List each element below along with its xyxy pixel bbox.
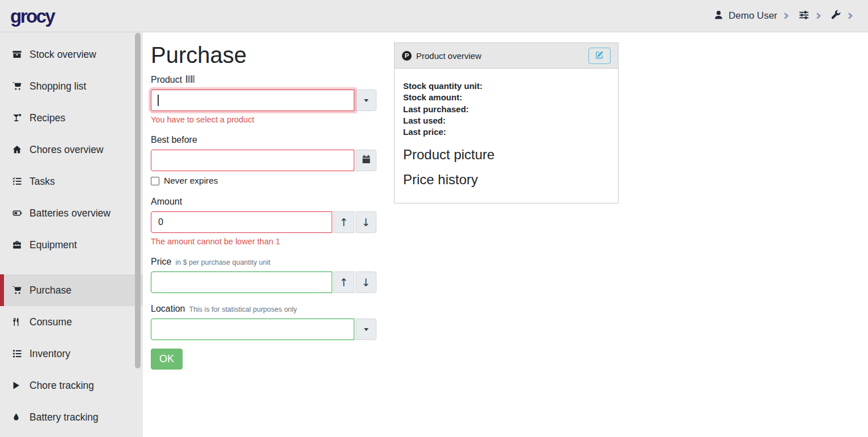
arrow-down-icon: ↓	[362, 277, 371, 288]
last-purchased-field: Last purchased:	[403, 104, 609, 115]
location-label: Location	[151, 304, 185, 314]
price-history-heading: Price history	[403, 172, 609, 188]
amount-increase-button[interactable]: ↑	[333, 211, 354, 233]
location-hint: This is for statistical purposes only	[189, 306, 297, 313]
sidebar-item-label: Tasks	[29, 176, 55, 188]
price-input[interactable]	[151, 271, 332, 293]
boxes-icon	[12, 50, 25, 59]
best-before-label: Best before	[151, 135, 197, 145]
app-header: grocy Demo User	[0, 0, 868, 32]
caret-down-icon	[364, 99, 369, 102]
sidebar-item-shopping-list[interactable]: Shopping list	[0, 70, 143, 102]
product-icon: P	[402, 51, 412, 61]
sidebar-item-purchase[interactable]: Purchase	[0, 274, 143, 306]
sidebar-item-inventory[interactable]: Inventory	[0, 338, 143, 370]
product-form-group: Product	[151, 75, 376, 124]
sidebar-item-battery-tracking[interactable]: Battery tracking	[0, 401, 143, 433]
panel-header: P Product overview	[395, 43, 618, 69]
location-form-group: Location This is for statistical purpose…	[151, 304, 376, 340]
sidebar-item-label: Batteries overview	[29, 207, 111, 219]
sidebar-item-label: Stock overview	[29, 49, 96, 61]
product-dropdown-button[interactable]	[355, 90, 376, 111]
sidebar-item-label: Inventory	[29, 348, 70, 360]
calendar-button[interactable]	[355, 150, 376, 171]
caret-down-icon	[364, 328, 369, 331]
price-form-group: Price in $ per purchase quantity unit ↑ …	[151, 257, 376, 293]
tasks-icon	[12, 177, 25, 186]
sidebar-item-label: Consume	[29, 316, 72, 328]
toolbox-icon	[12, 240, 25, 249]
product-overview-panel: P Product overview Stock quantity unit: …	[394, 43, 619, 203]
price-decrease-button[interactable]: ↓	[355, 271, 376, 293]
sidebar-scrollbar[interactable]	[135, 33, 141, 368]
arrow-up-icon: ↑	[340, 217, 349, 228]
product-error-message: You have to select a product	[151, 115, 376, 124]
panel-body: Stock quantity unit: Stock amount: Last …	[395, 69, 618, 203]
user-menu[interactable]: Demo User	[714, 10, 789, 22]
price-hint: in $ per purchase quantity unit	[175, 258, 270, 266]
amount-decrease-button[interactable]: ↓	[355, 211, 376, 233]
sidebar-item-label: Equipment	[29, 239, 77, 251]
list-icon	[12, 349, 25, 358]
sidebar-item-tasks[interactable]: Tasks	[0, 166, 143, 197]
price-label: Price	[151, 257, 171, 267]
stock-amount-field: Stock amount:	[403, 92, 609, 103]
sidebar-item-batteries-overview[interactable]: Batteries overview	[0, 197, 143, 229]
sidebar-item-label: Chores overview	[29, 144, 103, 156]
arrow-down-icon: ↓	[362, 217, 371, 228]
sidebar-item-consume[interactable]: Consume	[0, 306, 143, 338]
home-icon	[12, 145, 25, 154]
amount-input[interactable]	[151, 211, 332, 233]
last-used-field: Last used:	[403, 115, 609, 126]
sidebar-item-chores-overview[interactable]: Chores overview	[0, 134, 143, 166]
edit-icon	[595, 50, 604, 61]
settings-menu[interactable]	[798, 10, 822, 22]
wrench-icon	[831, 10, 841, 22]
best-before-input[interactable]	[151, 150, 354, 171]
never-expires-label: Never expires	[164, 176, 218, 186]
app-logo[interactable]: grocy	[10, 7, 54, 26]
location-dropdown-button[interactable]	[355, 319, 376, 340]
user-name: Demo User	[729, 10, 777, 22]
sidebar: Stock overview Shopping list Recipes Cho…	[0, 32, 143, 437]
tint-icon	[12, 413, 25, 422]
product-input[interactable]	[151, 90, 354, 111]
product-picture-heading: Product picture	[403, 147, 609, 163]
never-expires-checkbox[interactable]	[151, 177, 159, 185]
sidebar-item-label: Shopping list	[29, 80, 86, 92]
chevron-right-icon	[846, 12, 853, 20]
product-label: Product	[151, 75, 182, 85]
shopping-cart-icon	[12, 82, 25, 91]
edit-product-button[interactable]	[588, 48, 611, 64]
main-content: Purchase Product	[143, 32, 868, 437]
admin-menu[interactable]	[831, 10, 853, 22]
utensils-icon	[12, 317, 25, 326]
text-cursor	[158, 95, 159, 106]
sidebar-item-equipment[interactable]: Equipment	[0, 229, 143, 261]
best-before-form-group: Best before Never expires	[151, 135, 376, 186]
battery-icon	[12, 209, 25, 218]
play-icon	[12, 381, 25, 390]
amount-error-message: The amount cannot be lower than 1	[151, 237, 376, 246]
sidebar-item-label: Chore tracking	[29, 380, 94, 392]
location-input[interactable]	[151, 319, 354, 340]
ok-button[interactable]: OK	[151, 349, 183, 370]
amount-label: Amount	[151, 197, 182, 207]
sidebar-item-chore-tracking[interactable]: Chore tracking	[0, 370, 143, 401]
arrow-up-icon: ↑	[340, 277, 349, 288]
cocktail-icon	[12, 113, 25, 122]
sidebar-item-label: Recipes	[29, 112, 65, 124]
sidebar-item-label: Purchase	[29, 285, 71, 296]
sidebar-item-label: Battery tracking	[29, 411, 99, 423]
last-price-field: Last price:	[403, 126, 609, 138]
price-increase-button[interactable]: ↑	[333, 271, 354, 293]
calendar-icon	[362, 154, 371, 167]
sidebar-item-stock-overview[interactable]: Stock overview	[0, 39, 143, 70]
header-menu: Demo User	[714, 10, 853, 22]
panel-title: Product overview	[416, 51, 481, 61]
sidebar-item-recipes[interactable]: Recipes	[0, 102, 143, 134]
chevron-right-icon	[815, 12, 822, 20]
shopping-cart-icon	[12, 286, 25, 295]
page-title: Purchase	[151, 43, 376, 67]
never-expires-checkbox-row[interactable]: Never expires	[151, 176, 376, 186]
